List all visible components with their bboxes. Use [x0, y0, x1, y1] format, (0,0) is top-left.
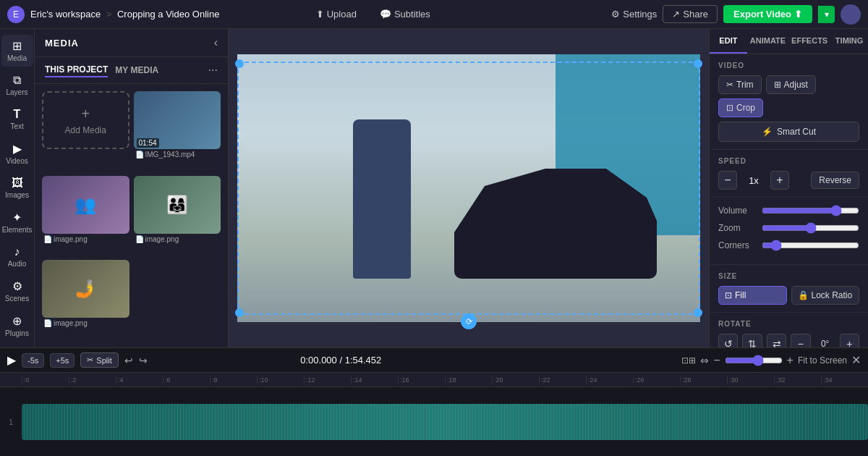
media-thumb-video1[interactable]: 01:54: [134, 91, 221, 149]
flip-horizontal-button[interactable]: ⇄: [767, 334, 786, 347]
video-section: VIDEO ✂ Trim ⊞ Adjust ⊡ Crop ⚡ Smart Cut: [710, 54, 868, 150]
zoom-out-button[interactable]: −: [713, 354, 720, 367]
lock-ratio-button[interactable]: 🔒 Lock Ratio: [791, 286, 860, 305]
ruler-mark: :30: [727, 376, 774, 384]
ruler-mark: :18: [445, 376, 492, 384]
media-item-image1: 👥 📄 image.png: [42, 176, 129, 256]
topbar: E Eric's workspace > Cropping a Video On…: [0, 0, 868, 29]
media-panel-close-button[interactable]: ‹: [214, 36, 218, 49]
ruler-mark: :2: [69, 376, 116, 384]
skip-forward-button[interactable]: +5s: [50, 353, 75, 368]
tab-animate[interactable]: ANIMATE: [747, 29, 788, 54]
main-area: ⊞ Media ⧉ Layers T Text ▶ Videos 🖼 Image…: [0, 29, 868, 347]
close-timeline-button[interactable]: ✕: [851, 353, 861, 367]
split-arrows-icon: ⇔: [700, 355, 709, 366]
crop-handle-tl[interactable]: [235, 59, 244, 68]
speed-decrease-button[interactable]: −: [718, 171, 737, 190]
add-media-button[interactable]: + Add Media: [42, 91, 129, 149]
sidebar-item-audio[interactable]: ♪ Audio: [1, 241, 33, 272]
timeline: ▶ -5s +5s ✂ Split ↩ ↪ 0:00.000 / 1:54.45…: [0, 347, 868, 456]
volume-label: Volume: [718, 206, 762, 216]
tab-timing[interactable]: TIMING: [830, 29, 868, 54]
app-logo: E: [7, 6, 25, 23]
tab-edit[interactable]: EDIT: [710, 29, 747, 54]
sidebar-item-images[interactable]: 🖼 Images: [1, 172, 33, 203]
crop-handle-br[interactable]: [694, 308, 702, 317]
export-video-button[interactable]: Export Video ⬆: [723, 5, 812, 23]
upload-button[interactable]: ⬆ Upload: [310, 6, 362, 22]
crop-handle-bl[interactable]: [235, 308, 244, 317]
export-dropdown-button[interactable]: ▾: [818, 6, 835, 23]
zoom-slider[interactable]: [762, 222, 859, 234]
media-more-button[interactable]: ···: [208, 64, 218, 77]
crop-handle-tr[interactable]: [694, 59, 702, 68]
export-icon: ⬆: [794, 9, 802, 20]
corners-slider[interactable]: [762, 240, 859, 251]
crop-button[interactable]: ⊡ Crop: [718, 98, 763, 117]
split-button[interactable]: ✂ Split: [80, 352, 118, 368]
smart-cut-button[interactable]: ⚡ Smart Cut: [718, 122, 859, 142]
sidebar-item-elements[interactable]: ✦ Elements: [1, 206, 33, 238]
redo-button[interactable]: ↪: [139, 355, 148, 366]
zoom-row: Zoom: [718, 222, 859, 234]
tab-my-media[interactable]: MY MEDIA: [115, 64, 158, 77]
media-icon: ⊞: [12, 39, 22, 53]
reverse-button[interactable]: Reverse: [811, 172, 859, 189]
corners-label: Corners: [718, 240, 762, 250]
speed-controls: − 1x + Reverse: [718, 171, 859, 190]
image1-filename: image.png: [54, 235, 88, 243]
media-grid: + Add Media 01:54 📄 IMG_1943.mp4 👥: [35, 84, 228, 347]
canvas-transform-handle[interactable]: ⟳: [461, 313, 477, 329]
ruler-mark: :6: [163, 376, 210, 384]
media-thumb-image3[interactable]: 🤳: [42, 260, 129, 318]
subtitles-button[interactable]: 💬 Subtitles: [374, 6, 436, 22]
crop-overlay[interactable]: ⟳: [237, 54, 700, 322]
size-section-label: SIZE: [718, 272, 859, 280]
project-title: Cropping a Video Online: [117, 9, 219, 20]
rotate-minus-button[interactable]: −: [791, 334, 810, 347]
videos-icon: ▶: [13, 142, 22, 156]
plugins-icon: ⊕: [12, 314, 22, 328]
speed-value: 1x: [743, 175, 765, 186]
fill-button[interactable]: ⊡ Fill: [718, 286, 787, 305]
sidebar-item-text[interactable]: T Text: [1, 104, 33, 135]
workspace-name[interactable]: Eric's workspace: [30, 9, 101, 20]
sidebar-item-scenes[interactable]: ⚙ Scenes: [1, 275, 33, 307]
split-icon: ✂: [87, 355, 93, 365]
sidebar-item-videos[interactable]: ▶ Videos: [1, 138, 33, 169]
avatar[interactable]: [841, 4, 861, 25]
add-media-label: Add Media: [65, 125, 106, 135]
adjust-button[interactable]: ⊞ Adjust: [766, 75, 816, 94]
media-thumb-image1[interactable]: 👥: [42, 176, 129, 234]
size-buttons: ⊡ Fill 🔒 Lock Ratio: [718, 286, 859, 305]
tab-effects[interactable]: EFFECTS: [788, 29, 830, 54]
tab-this-project[interactable]: THIS PROJECT: [45, 63, 108, 77]
rotate-plus-button[interactable]: +: [840, 334, 859, 347]
flip-vertical-button[interactable]: ⇅: [742, 334, 762, 347]
undo-button[interactable]: ↩: [124, 355, 133, 366]
fit-to-screen-button[interactable]: Fit to Screen: [798, 355, 847, 366]
image3-filename: image.png: [54, 319, 88, 327]
play-button[interactable]: ▶: [7, 353, 16, 367]
volume-slider[interactable]: [762, 205, 859, 216]
size-section: SIZE ⊡ Fill 🔒 Lock Ratio: [710, 265, 868, 313]
rotate-ccw-button[interactable]: ↺: [718, 334, 738, 347]
sidebar-item-layers[interactable]: ⧉ Layers: [1, 69, 33, 101]
speed-increase-button[interactable]: +: [770, 171, 789, 190]
media-thumb-image2[interactable]: 👨‍👩‍👧: [134, 176, 221, 234]
video-track[interactable]: [22, 404, 868, 440]
breadcrumb: Eric's workspace > Cropping a Video Onli…: [30, 9, 219, 20]
zoom-timeline-slider[interactable]: [725, 355, 783, 366]
timeline-controls: ▶ -5s +5s ✂ Split ↩ ↪ 0:00.000 / 1:54.45…: [0, 348, 868, 373]
sidebar-item-plugins[interactable]: ⊕ Plugins: [1, 310, 33, 342]
fill-icon: ⊡: [725, 290, 732, 300]
trim-button[interactable]: ✂ Trim: [718, 75, 762, 94]
sidebar-item-media[interactable]: ⊞ Media: [1, 35, 33, 67]
skip-back-button[interactable]: -5s: [22, 353, 44, 368]
share-button[interactable]: ↗ Share: [663, 5, 718, 23]
crop-icon: ⊡: [726, 103, 733, 113]
crop-border: [237, 62, 700, 315]
zoom-in-button[interactable]: +: [787, 354, 793, 367]
time-current: 0:00.000: [300, 355, 337, 366]
settings-button[interactable]: ⚙ Settings: [611, 9, 657, 20]
